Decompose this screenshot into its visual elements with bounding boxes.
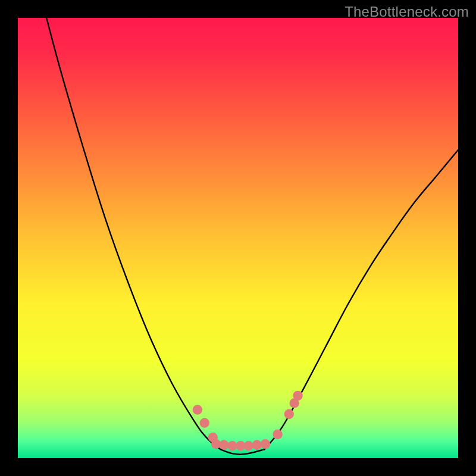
series-left-curve: [46, 18, 220, 449]
data-dot: [193, 405, 202, 414]
data-dot: [261, 439, 270, 449]
data-dot: [252, 440, 262, 450]
data-dot: [293, 391, 302, 400]
data-dot: [284, 409, 294, 419]
data-dot: [200, 418, 209, 428]
data-dot: [227, 441, 237, 450]
data-dot: [219, 440, 228, 450]
watermark-text: TheBottleneck.com: [345, 4, 469, 20]
plot-area: [18, 18, 458, 458]
data-dot: [273, 430, 282, 439]
bottleneck-curve: [46, 18, 458, 455]
data-dot: [244, 441, 253, 450]
outer-frame: TheBottleneck.com: [0, 0, 476, 476]
chart-svg: [18, 18, 458, 458]
